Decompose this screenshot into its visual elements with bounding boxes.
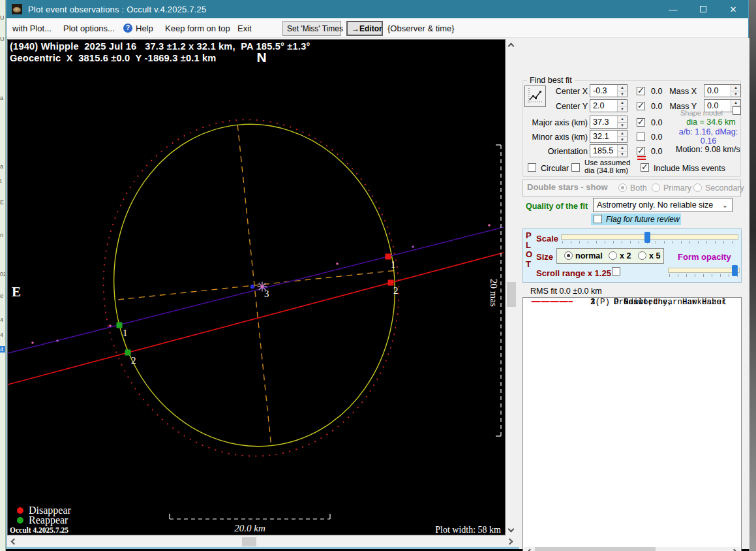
include-miss-checkbox[interactable] bbox=[641, 163, 649, 172]
double-stars-both-radio[interactable] bbox=[618, 183, 627, 192]
scale-slider[interactable] bbox=[561, 232, 738, 244]
double-stars-secondary-radio[interactable] bbox=[693, 183, 702, 192]
circular-label: Circular bbox=[541, 164, 569, 173]
menu-help[interactable]: Help bbox=[136, 24, 153, 33]
center-y-input[interactable]: 2.0▲▼ bbox=[590, 99, 627, 112]
field-dot bbox=[336, 262, 339, 265]
field-dot bbox=[488, 224, 491, 227]
size-normal-radio[interactable] bbox=[564, 251, 573, 260]
vscroll-thumb[interactable] bbox=[507, 282, 516, 307]
app-window: Plot event observations : Occult v.4.202… bbox=[6, 0, 749, 549]
circular-checkbox[interactable] bbox=[528, 163, 536, 172]
center-y-fit-checkbox[interactable] bbox=[637, 102, 645, 110]
size-x2-radio[interactable] bbox=[609, 251, 617, 260]
spinner-icon[interactable]: ▲▼ bbox=[617, 85, 627, 97]
use-assumed-checkbox[interactable] bbox=[571, 163, 580, 172]
reappear-marker[interactable] bbox=[117, 323, 123, 328]
plot-canvas: 11223 bbox=[8, 40, 505, 535]
background-window-text: a bbox=[0, 95, 3, 101]
chord-line[interactable] bbox=[8, 253, 504, 385]
opacity-slider-thumb[interactable] bbox=[732, 265, 738, 276]
center-marker bbox=[250, 285, 254, 289]
scroll-range-checkbox[interactable] bbox=[612, 267, 620, 276]
scroll-up-icon[interactable] bbox=[508, 43, 515, 50]
spinner-icon[interactable]: ▲▼ bbox=[731, 85, 740, 97]
double-stars-primary-radio[interactable] bbox=[652, 183, 660, 192]
minimize-button[interactable]: — bbox=[658, 0, 688, 18]
predicted-star-center bbox=[261, 285, 264, 288]
center-x-fit-checkbox[interactable] bbox=[637, 87, 645, 95]
scroll-right-icon[interactable] bbox=[507, 539, 513, 545]
scale-slider-thumb[interactable] bbox=[644, 232, 650, 243]
major-axis-input[interactable]: 37.3▲▼ bbox=[590, 116, 627, 129]
field-dot bbox=[31, 341, 34, 344]
selected-row-marker-icon bbox=[637, 156, 646, 161]
double-stars-secondary-label: Secondary bbox=[705, 183, 744, 193]
scroll-right-icon[interactable] bbox=[731, 549, 738, 551]
menu-plot-options[interactable]: Plot options... bbox=[63, 24, 115, 33]
minor-axis-fit-checkbox[interactable] bbox=[637, 133, 645, 141]
list-item[interactable]: 2P Nosworthy, near Hazel bbox=[523, 307, 741, 316]
scroll-left-icon[interactable] bbox=[11, 539, 18, 545]
close-button[interactable]: ✕ bbox=[718, 0, 748, 18]
list-item[interactable]: 3(P)Predicted bbox=[523, 316, 741, 325]
spinner-icon[interactable]: ▲▼ bbox=[617, 131, 627, 142]
center-x-input[interactable]: -0.3▲▼ bbox=[590, 84, 627, 97]
spinner-icon[interactable]: ▲▼ bbox=[617, 100, 627, 112]
size-normal-label: normal bbox=[575, 251, 603, 260]
opacity-slider[interactable] bbox=[668, 265, 740, 277]
predicted-star-label: 3 bbox=[264, 289, 269, 299]
mass-x-input[interactable]: 0.0▲▼ bbox=[704, 84, 741, 97]
diameter-label: dia = 34.6 km bbox=[682, 118, 740, 127]
flag-review-checkbox[interactable] bbox=[594, 215, 602, 223]
minor-axis-input[interactable]: 32.1▲▼ bbox=[590, 130, 627, 143]
rms-label: RMS fit 0.0 ±0.0 km bbox=[530, 287, 602, 296]
plot-width-label: Plot width: 58 km bbox=[435, 525, 501, 535]
spinner-icon[interactable]: ▲▼ bbox=[617, 116, 627, 128]
major-axis-fit-checkbox[interactable] bbox=[637, 118, 645, 127]
shape-model-checkbox[interactable] bbox=[733, 106, 741, 115]
orientation-input[interactable]: 185.5▲▼ bbox=[590, 144, 627, 157]
plot-area[interactable]: 11223 (1940) Whipple 2025 Jul 16 37.3 ±1… bbox=[7, 39, 506, 535]
minor-axis-line bbox=[115, 271, 394, 300]
spinner-icon[interactable]: ▲▼ bbox=[617, 145, 627, 157]
reappear-marker[interactable] bbox=[125, 350, 131, 356]
editor-button[interactable]: →Editor bbox=[346, 21, 383, 36]
list-hscroll-thumb[interactable] bbox=[535, 547, 656, 551]
legend-reappear-label: Reappear bbox=[29, 514, 68, 526]
size-x2-label: x 2 bbox=[620, 251, 631, 260]
double-stars-primary-label: Primary bbox=[663, 183, 691, 193]
flag-review-label: Flag for future review bbox=[606, 215, 680, 224]
opacity-slider-track[interactable] bbox=[668, 268, 740, 273]
motion-label: Motion: 9.08 km/s bbox=[676, 145, 740, 154]
include-miss-label: Include Miss events bbox=[654, 164, 725, 173]
quality-combobox[interactable]: Astrometry only. No reliable size ⌄ bbox=[593, 198, 733, 212]
maximize-button[interactable] bbox=[688, 0, 718, 18]
plot-hscrollbar[interactable] bbox=[7, 537, 517, 547]
scroll-down-icon[interactable] bbox=[508, 526, 515, 533]
menu-keep-on-top[interactable]: Keep form on top bbox=[165, 24, 230, 33]
set-miss-times-button[interactable]: Set 'Miss' Times bbox=[282, 21, 341, 36]
scroll-left-icon[interactable] bbox=[527, 549, 534, 551]
plot-vscrollbar[interactable] bbox=[506, 39, 517, 536]
size-label: Size bbox=[536, 252, 553, 262]
dotted-line-icon bbox=[531, 301, 573, 302]
ab-dmag-label: a/b: 1.16, dMag: 0.16 bbox=[673, 127, 744, 146]
form-opacity-label: Form opacity bbox=[678, 252, 731, 262]
list-hscrollbar[interactable] bbox=[524, 547, 740, 551]
background-window-text: 4 bbox=[0, 317, 3, 323]
chord-line[interactable] bbox=[8, 227, 504, 353]
menu-with-plot[interactable]: with Plot... bbox=[12, 24, 52, 33]
chord-number-label: 1 bbox=[391, 259, 396, 270]
chevron-down-icon: ⌄ bbox=[722, 201, 728, 210]
observation-desc: Predicted bbox=[614, 298, 658, 307]
scroll-range-label: Scroll range x 1.25 bbox=[536, 268, 611, 278]
hscroll-thumb[interactable] bbox=[242, 537, 256, 546]
chord-number-label: 1 bbox=[123, 328, 128, 338]
major-axis-label: Major axis (km) bbox=[519, 118, 588, 127]
menu-exit[interactable]: Exit bbox=[237, 24, 252, 33]
size-x5-radio[interactable] bbox=[638, 251, 646, 260]
orientation-fit-checkbox[interactable] bbox=[637, 147, 645, 155]
desktop-edge bbox=[749, 0, 756, 551]
background-window-text: 4 bbox=[0, 346, 6, 353]
